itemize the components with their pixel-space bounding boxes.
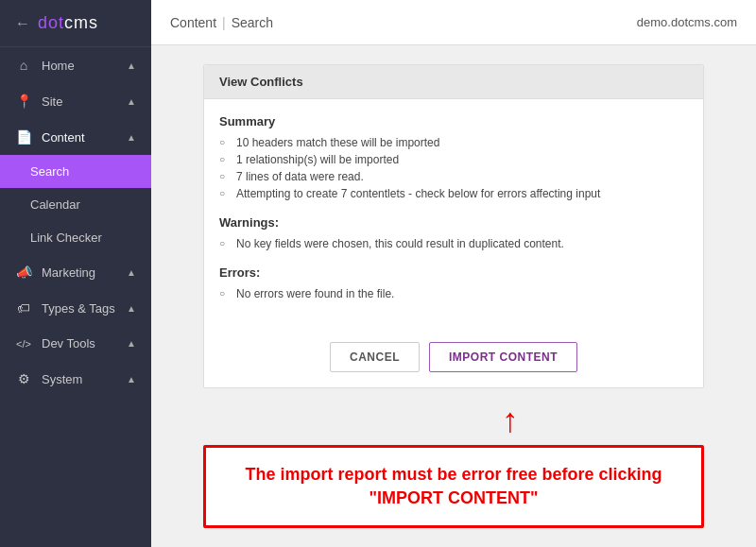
system-icon: ⚙ (15, 371, 32, 386)
summary-section: Summary 10 headers match these will be i… (219, 114, 688, 202)
marketing-icon: 📣 (15, 265, 32, 280)
sidebar-logo: ← dotcms (0, 0, 151, 47)
annotation-text: The import report must be error free bef… (229, 463, 679, 510)
sidebar-item-label: Site (42, 94, 62, 109)
top-header: Content | Search demo.dotcms.com (151, 0, 756, 45)
breadcrumb-root: Content (170, 15, 216, 30)
up-arrow-icon: ↑ (502, 403, 519, 437)
sidebar-item-site[interactable]: 📍 Site ▲ (0, 83, 151, 119)
back-button[interactable]: ← (15, 15, 30, 32)
breadcrumb: Content | Search (170, 15, 273, 30)
sidebar-item-home[interactable]: ⌂ Home ▲ (0, 47, 151, 83)
errors-section: Errors: No errors were found in the file… (219, 265, 688, 302)
sidebar-subitem-search[interactable]: Search (0, 155, 151, 188)
chevron-icon: ▲ (127, 96, 136, 107)
warnings-list: No key fields were chosen, this could re… (219, 235, 688, 252)
sidebar-subitem-label: Link Checker (30, 231, 102, 245)
types-tags-icon: 🏷 (15, 300, 32, 316)
cancel-button[interactable]: CANCEL (330, 342, 420, 372)
chevron-icon: ▲ (127, 303, 136, 314)
sidebar-item-label: Dev Tools (42, 336, 95, 350)
list-item: 10 headers match these will be imported (219, 134, 688, 151)
summary-list: 10 headers match these will be imported … (219, 134, 688, 202)
sidebar-subitem-calendar[interactable]: Calendar (0, 188, 151, 221)
errors-list: No errors were found in the file. (219, 285, 688, 302)
content-area: View Conflicts Summary 10 headers match … (151, 45, 756, 547)
warnings-title: Warnings: (219, 215, 688, 230)
chevron-icon: ▲ (127, 338, 136, 349)
chevron-icon: ▲ (127, 267, 136, 278)
sidebar-subitem-label: Search (30, 164, 69, 179)
chevron-icon: ▲ (127, 60, 136, 71)
sidebar-item-label: System (42, 372, 82, 386)
logo: dotcms (38, 13, 98, 33)
sidebar: ← dotcms ⌂ Home ▲ 📍 Site ▲ 📄 Content ▲ (0, 0, 151, 547)
list-item: No errors were found in the file. (219, 285, 688, 302)
card-actions: CANCEL IMPORT CONTENT (204, 331, 703, 387)
sidebar-item-label: Marketing (42, 265, 95, 280)
main-area: Content | Search demo.dotcms.com View Co… (151, 0, 756, 547)
sidebar-item-content[interactable]: 📄 Content ▲ (0, 119, 151, 155)
sidebar-item-system[interactable]: ⚙ System ▲ (0, 361, 151, 397)
sidebar-item-label: Content (42, 130, 85, 145)
sidebar-subitem-label: Calendar (30, 197, 80, 212)
summary-title: Summary (219, 114, 688, 128)
arrow-annotation: ↑ (170, 403, 737, 437)
top-domain: demo.dotcms.com (637, 15, 737, 29)
breadcrumb-separator: | (222, 15, 226, 30)
chevron-icon: ▲ (127, 374, 136, 385)
list-item: 1 relationship(s) will be imported (219, 151, 688, 168)
annotation-box: The import report must be error free bef… (203, 445, 704, 528)
sidebar-item-types-tags[interactable]: 🏷 Types & Tags ▲ (0, 290, 151, 326)
home-icon: ⌂ (15, 58, 32, 73)
sidebar-item-dev-tools[interactable]: </> Dev Tools ▲ (0, 326, 151, 361)
sidebar-item-label: Types & Tags (42, 301, 115, 316)
list-item: 7 lines of data were read. (219, 168, 688, 185)
sidebar-nav: ⌂ Home ▲ 📍 Site ▲ 📄 Content ▲ Search Cal… (0, 47, 151, 547)
list-item: Attempting to create 7 contentlets - che… (219, 185, 688, 202)
list-item: No key fields were chosen, this could re… (219, 235, 688, 252)
chevron-icon: ▲ (127, 132, 136, 143)
sidebar-subitem-link-checker[interactable]: Link Checker (0, 221, 151, 254)
breadcrumb-current: Search (232, 15, 273, 30)
content-icon: 📄 (15, 129, 32, 145)
warnings-section: Warnings: No key fields were chosen, thi… (219, 215, 688, 252)
view-conflicts-card: View Conflicts Summary 10 headers match … (203, 64, 704, 388)
errors-title: Errors: (219, 265, 688, 280)
card-body: Summary 10 headers match these will be i… (204, 99, 703, 331)
dev-tools-icon: </> (15, 338, 32, 350)
import-content-button[interactable]: IMPORT CONTENT (429, 342, 577, 372)
card-header: View Conflicts (204, 65, 703, 99)
site-icon: 📍 (15, 94, 32, 109)
sidebar-item-marketing[interactable]: 📣 Marketing ▲ (0, 254, 151, 290)
sidebar-item-label: Home (42, 59, 75, 73)
